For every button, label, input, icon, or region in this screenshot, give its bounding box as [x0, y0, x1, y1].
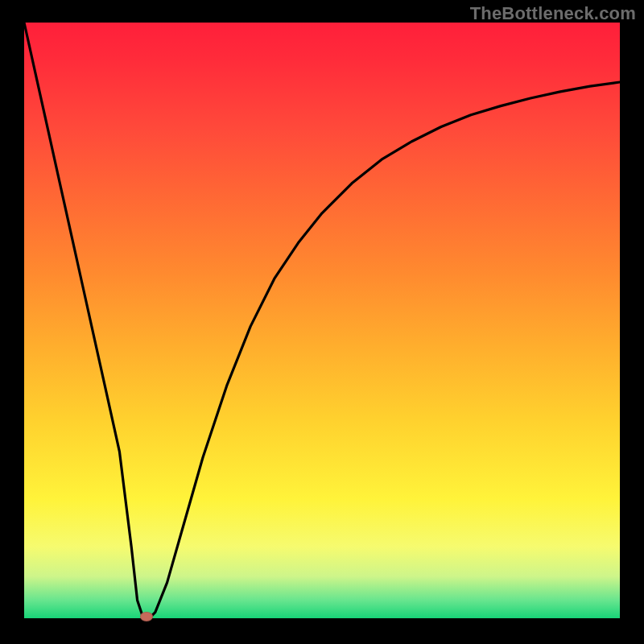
watermark-text: TheBottleneck.com	[470, 3, 636, 24]
chart-frame: TheBottleneck.com	[0, 0, 644, 644]
bottleneck-curve	[24, 23, 620, 618]
minimum-marker	[140, 612, 153, 621]
